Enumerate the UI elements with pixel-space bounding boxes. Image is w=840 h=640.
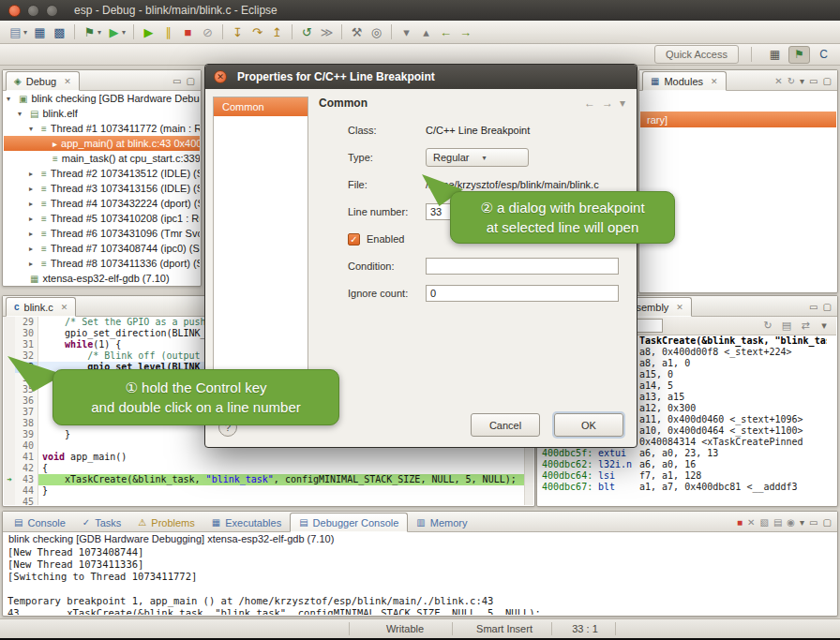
type-dropdown[interactable]: Regular ▾ <box>426 148 529 167</box>
terminate-icon[interactable]: ■ <box>737 517 742 528</box>
close-icon[interactable]: ✕ <box>676 303 683 312</box>
debug-tree-item[interactable]: ▸ ≡ Thread #3 1073413156 (IDLE) (Susp <box>4 181 200 196</box>
line-number[interactable]: 41 <box>15 452 38 463</box>
tab-debug[interactable]: ◈ Debug ✕ <box>6 71 80 91</box>
expand-arrow-icon[interactable]: ▾ <box>29 125 38 133</box>
search-icon[interactable]: ◎ <box>367 23 386 41</box>
debug-tree-item[interactable]: ▸ ≡ Thread #5 1073410208 (ipc1 : Runni <box>4 211 200 226</box>
maximize-icon[interactable]: ▢ <box>823 76 832 86</box>
previous-annotation-icon[interactable]: ▴ <box>416 23 436 41</box>
expand-arrow-icon[interactable]: ▸ <box>29 260 38 268</box>
status-cursor-position[interactable]: 33 : 1 <box>559 623 611 634</box>
close-icon[interactable]: ✕ <box>64 77 71 86</box>
minimize-icon[interactable]: ▭ <box>809 517 818 528</box>
sync-selection-icon[interactable]: ⇄ <box>798 320 813 332</box>
ignore-count-input[interactable] <box>426 285 619 302</box>
build-icon[interactable]: ⚒ <box>347 23 367 41</box>
debug-tree-item[interactable]: ▸ ≡ Thread #7 1073408744 (ipc0) (Susp <box>4 241 200 256</box>
toolbar-icon[interactable] <box>222 24 223 39</box>
tab-console[interactable]: ▤ Console <box>6 513 74 532</box>
expand-arrow-icon[interactable]: ▸ <box>29 200 38 208</box>
expand-arrow-icon[interactable]: ▾ <box>18 110 26 118</box>
forward-icon[interactable]: → <box>602 97 613 110</box>
quick-access-button[interactable]: Quick Access <box>654 45 739 64</box>
step-over-icon[interactable]: ↷ <box>248 23 267 41</box>
toolbar-icon[interactable] <box>133 24 134 39</box>
view-menu-icon[interactable]: ▾ <box>620 97 625 110</box>
refresh-icon[interactable]: ↻ <box>788 76 795 86</box>
expand-arrow-icon[interactable]: ▾ <box>7 95 15 103</box>
next-annotation-icon[interactable]: ▾ <box>397 23 416 41</box>
pin-console-icon[interactable]: ◉ <box>787 517 795 528</box>
view-menu-icon[interactable]: ▾ <box>817 320 832 332</box>
refresh-icon[interactable]: ↻ <box>760 320 775 332</box>
expand-arrow-icon[interactable]: ▸ <box>29 230 38 238</box>
dialog-sidebar-item[interactable]: Common <box>214 97 308 116</box>
minimize-icon[interactable]: ▭ <box>172 76 181 86</box>
debug-tree-item[interactable]: ≡ main_task() at cpu_start.c:339 0x4 <box>4 151 200 166</box>
maximize-icon[interactable]: ▢ <box>823 517 832 528</box>
line-number[interactable]: 36 <box>15 395 38 407</box>
tab-blink-c[interactable]: c blink.c ✕ <box>6 297 76 317</box>
debug-tree-item[interactable]: ▸ ≡ Thread #6 1073431096 (Tmr Svc) (S <box>4 226 200 241</box>
debug-tree-item[interactable]: ▸ ≡ Thread #4 1073432224 (dport) (Sus <box>4 196 200 211</box>
dialog-close-button[interactable]: ✕ <box>214 70 227 83</box>
debug-perspective-icon[interactable]: ⚑ <box>788 46 810 64</box>
debug-tree-item[interactable]: ▾ ▣ blink checking [GDB Hardware Debug <box>4 91 200 106</box>
line-number[interactable]: 42 <box>15 463 38 474</box>
expand-arrow-icon[interactable]: ▸ <box>29 245 38 253</box>
debug-tree-item[interactable]: ▸ app_main() at blink.c:43 0x400dbc <box>4 136 200 151</box>
new-menu-icon[interactable]: ▾ <box>21 23 30 41</box>
line-number[interactable]: 30 <box>15 328 38 339</box>
restart-icon[interactable]: ↺ <box>297 23 317 41</box>
cancel-button[interactable]: Cancel <box>471 413 540 437</box>
line-number[interactable]: 37 <box>15 407 38 418</box>
tab-debugger-console[interactable]: ▤ Debugger Console <box>290 513 408 532</box>
line-number[interactable]: 43 <box>15 474 38 485</box>
minimize-icon[interactable]: ▭ <box>809 302 818 312</box>
debug-tree-item[interactable]: ▾ ▤ blink.elf <box>4 106 200 121</box>
maximize-icon[interactable]: ▢ <box>187 76 195 86</box>
save-icon[interactable]: ▦ <box>30 23 50 41</box>
window-minimize-button[interactable] <box>27 5 39 17</box>
toolbar-icon[interactable] <box>74 24 75 39</box>
show-source-icon[interactable]: ▤ <box>779 320 794 332</box>
suspend-icon[interactable]: ∥ <box>158 23 178 41</box>
condition-input[interactable] <box>426 258 619 275</box>
expand-arrow-icon[interactable]: ▸ <box>29 215 38 223</box>
toolbar-icon[interactable] <box>391 24 392 39</box>
instruction-stepping-icon[interactable]: ≫ <box>317 23 337 41</box>
maximize-icon[interactable]: ▢ <box>823 302 832 312</box>
line-number[interactable]: 38 <box>15 418 38 429</box>
remove-launch-icon[interactable]: ✕ <box>747 517 755 528</box>
tab-modules[interactable]: ▦ Modules ✕ <box>642 71 727 91</box>
expand-arrow-icon[interactable]: ▸ <box>29 185 38 193</box>
expand-arrow-icon[interactable]: ▸ <box>29 170 38 178</box>
open-perspective-icon[interactable]: ▦ <box>764 46 786 64</box>
line-number[interactable]: 44 <box>15 485 38 497</box>
debug-tree-item[interactable]: ▸ ≡ Thread #2 1073413512 (IDLE) (Susp <box>4 166 200 181</box>
close-icon[interactable]: ✕ <box>61 303 68 312</box>
minimize-icon[interactable]: ▭ <box>809 76 818 86</box>
remove-module-icon[interactable]: ✕ <box>774 76 782 86</box>
open-console-menu-icon[interactable]: ▾ <box>800 517 804 528</box>
disconnect-icon[interactable]: ⊘ <box>198 23 218 41</box>
enabled-checkbox[interactable]: ✓ <box>348 233 360 246</box>
debug-tree-item[interactable]: ▸ ≡ Thread #8 1073411336 (dport) (Sus <box>4 256 200 271</box>
line-number[interactable]: 29 <box>15 317 38 328</box>
toolbar-icon[interactable] <box>341 24 342 39</box>
console-output[interactable]: [New Thread 1073408744][New Thread 10734… <box>4 546 827 615</box>
step-return-icon[interactable]: ↥ <box>267 23 287 41</box>
scroll-lock-icon[interactable]: ▤ <box>773 517 782 528</box>
toolbar-icon[interactable] <box>292 24 292 39</box>
debug-menu-icon[interactable]: ▾ <box>95 23 104 41</box>
view-menu-icon[interactable]: ▾ <box>800 76 804 86</box>
window-close-button[interactable] <box>8 5 21 17</box>
tab-memory[interactable]: ▥ Memory <box>408 513 475 532</box>
cpp-perspective-icon[interactable]: C <box>813 46 834 64</box>
line-number[interactable]: 40 <box>15 440 38 452</box>
save-all-icon[interactable]: ▩ <box>50 23 69 41</box>
run-menu-icon[interactable]: ▾ <box>119 23 128 41</box>
forward-icon[interactable]: → <box>456 23 475 41</box>
tab-executables[interactable]: ▦ Executables <box>203 513 290 532</box>
